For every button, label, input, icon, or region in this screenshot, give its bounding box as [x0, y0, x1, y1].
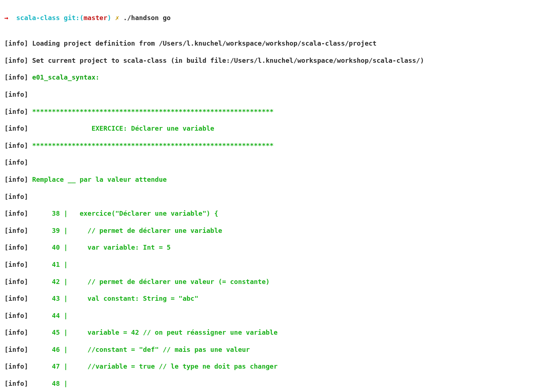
- bracket: ]: [24, 108, 32, 115]
- bracket: ]: [24, 39, 32, 47]
- prompt-line[interactable]: → scala-class git:(master) ✗ ./handson g…: [4, 14, 544, 22]
- prompt-arrow: →: [4, 14, 16, 22]
- log-line: [info] 48 |: [4, 379, 544, 388]
- code-line: 46 | //constant = "def" // mais pas une …: [32, 346, 250, 353]
- log-text: Set current project to scala-class (in b…: [32, 57, 424, 64]
- terminal-output[interactable]: → scala-class git:(master) ✗ ./handson g…: [0, 0, 548, 392]
- bracket: [: [4, 57, 8, 64]
- code-line: 39 | // permet de déclarer une variable: [32, 227, 222, 234]
- log-line: [info] 38 | exercice("Déclarer une varia…: [4, 209, 544, 218]
- code-line: 48 |: [32, 380, 68, 387]
- bracket: [: [4, 328, 8, 336]
- bracket: [: [4, 278, 8, 285]
- info-tag: info: [8, 91, 24, 98]
- bracket: [: [4, 91, 8, 98]
- bracket: [: [4, 108, 8, 115]
- log-text: Loading project definition from /Users/l…: [32, 39, 377, 47]
- bracket: ]: [24, 328, 32, 336]
- log-line: [info] 40 | var variable: Int = 5: [4, 243, 544, 251]
- log-line: [info] Set current project to scala-clas…: [4, 56, 544, 65]
- code-line: 44 |: [32, 312, 68, 319]
- info-tag: info: [8, 176, 24, 183]
- log-line: [info] 43 | val constant: String = "abc": [4, 294, 544, 303]
- info-tag: info: [8, 328, 24, 336]
- log-line: [info] EXERCICE: Déclarer une variable: [4, 124, 544, 132]
- info-tag: info: [8, 278, 24, 285]
- info-tag: info: [8, 73, 24, 81]
- command-text: ./handson go: [123, 14, 171, 22]
- info-tag: info: [8, 124, 24, 132]
- bracket: [: [4, 380, 8, 387]
- git-prefix: git:(: [64, 14, 84, 22]
- info-tag: info: [8, 39, 24, 47]
- bracket: [: [4, 312, 8, 319]
- info-tag: info: [8, 193, 24, 200]
- log-line: [info] 41 |: [4, 260, 544, 269]
- log-line: [info] *********************************…: [4, 141, 544, 150]
- log-line: [info] *********************************…: [4, 107, 544, 116]
- info-tag: info: [8, 227, 24, 234]
- info-tag: info: [8, 142, 24, 149]
- log-line: [info] Loading project definition from /…: [4, 39, 544, 47]
- bracket: [: [4, 39, 8, 47]
- log-line: [info] 45 | variable = 42 // on peut réa…: [4, 328, 544, 337]
- bracket: ]: [24, 380, 32, 387]
- bracket: ]: [24, 142, 32, 149]
- log-line: [info] Remplace __ par la valeur attendu…: [4, 175, 544, 184]
- info-tag: info: [8, 295, 24, 302]
- log-line: [info] 42 | // permet de déclarer une va…: [4, 277, 544, 286]
- bracket: [: [4, 295, 8, 302]
- code-line: 42 | // permet de déclarer une valeur (=…: [32, 278, 270, 285]
- bracket: [: [4, 176, 8, 183]
- log-line: [info] 44 |: [4, 311, 544, 320]
- info-tag: info: [8, 261, 24, 268]
- bracket: [: [4, 210, 8, 217]
- info-tag: info: [8, 57, 24, 64]
- log-line: [info]: [4, 192, 544, 201]
- code-line: 40 | var variable: Int = 5: [32, 243, 171, 251]
- bracket: [: [4, 158, 8, 166]
- info-tag: info: [8, 346, 24, 353]
- info-tag: info: [8, 380, 24, 387]
- suite-name: e01_scala_syntax:: [32, 73, 99, 81]
- log-line: [info] e01_scala_syntax:: [4, 73, 544, 81]
- code-line: 43 | val constant: String = "abc": [32, 295, 198, 302]
- bracket: ]: [24, 362, 32, 370]
- git-suffix: ): [107, 14, 115, 22]
- bracket: [: [4, 227, 8, 234]
- info-tag: info: [8, 243, 24, 251]
- bracket: ]: [24, 278, 32, 285]
- dirty-icon: ✗: [115, 14, 123, 22]
- info-tag: info: [8, 158, 24, 166]
- bracket: [: [4, 243, 8, 251]
- bracket: ]: [24, 124, 32, 132]
- code-line: 47 | //variable = true // le type ne doi…: [32, 362, 278, 370]
- code-line: 41 |: [32, 261, 68, 268]
- log-line: [info] 47 | //variable = true // le type…: [4, 362, 544, 370]
- replace-text: Remplace __ par la valeur attendue: [32, 176, 167, 183]
- bracket: ]: [24, 91, 32, 98]
- log-line: [info] 39 | // permet de déclarer une va…: [4, 226, 544, 235]
- bracket: ]: [24, 57, 32, 64]
- log-line: [info]: [4, 158, 544, 166]
- bracket: ]: [24, 346, 32, 353]
- bracket: ]: [24, 261, 32, 268]
- bracket: ]: [24, 227, 32, 234]
- code-line: 45 | variable = 42 // on peut réassigner…: [32, 328, 278, 336]
- bracket: ]: [24, 193, 32, 200]
- bracket: [: [4, 142, 8, 149]
- info-tag: info: [8, 362, 24, 370]
- stars-line: ****************************************…: [32, 108, 274, 115]
- bracket: ]: [24, 176, 32, 183]
- bracket: [: [4, 124, 8, 132]
- bracket: [: [4, 261, 8, 268]
- bracket: [: [4, 73, 8, 81]
- log-line: [info] 46 | //constant = "def" // mais p…: [4, 345, 544, 354]
- stars-line: ****************************************…: [32, 142, 274, 149]
- bracket: ]: [24, 312, 32, 319]
- prompt-dir: scala-class: [16, 14, 64, 22]
- bracket: ]: [24, 158, 32, 166]
- exercise-title: EXERCICE: Déclarer une variable: [32, 124, 214, 132]
- bracket: [: [4, 346, 8, 353]
- git-branch: master: [84, 14, 107, 22]
